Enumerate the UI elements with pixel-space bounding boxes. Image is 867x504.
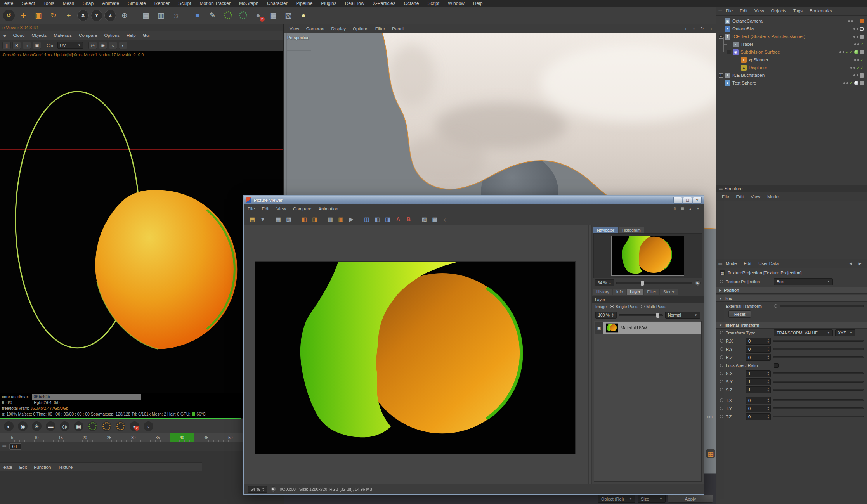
enabled-check-icon[interactable]: ✓: [860, 58, 864, 62]
zoom-field[interactable]: 64 % ▲▼: [595, 279, 614, 286]
visibility-dot-bottom[interactable]: [853, 67, 855, 69]
object-label[interactable]: ICE Buchstaben: [732, 73, 765, 78]
value-field[interactable]: 1 ▲▼: [746, 378, 771, 385]
menu-item[interactable]: Select: [17, 1, 39, 6]
pick-material-icon[interactable]: ◉: [99, 42, 107, 49]
menu-item[interactable]: Texture: [54, 465, 76, 469]
keyframe-dot[interactable]: [720, 364, 723, 367]
info-tab[interactable]: Stereo: [660, 289, 678, 295]
visibility-dot-bottom[interactable]: [857, 74, 858, 76]
settings-icon[interactable]: ☼: [23, 42, 31, 49]
axis-dropdown[interactable]: XYZ▼: [835, 329, 855, 336]
value-field[interactable]: 1 ▲▼: [746, 386, 771, 393]
menu-item[interactable]: X-Particles: [369, 1, 400, 6]
rotate-tool-icon[interactable]: ↻: [47, 9, 60, 22]
lock-aspect-checkbox[interactable]: [774, 363, 779, 368]
menu-item[interactable]: Bookmarks: [806, 9, 836, 13]
set-a-icon[interactable]: A: [394, 215, 403, 223]
menu-item[interactable]: File: [244, 206, 258, 211]
compare-horizontal-icon[interactable]: ◧: [373, 215, 382, 223]
menu-item[interactable]: Window: [444, 1, 469, 6]
ram-info-icon[interactable]: ▨: [420, 215, 429, 223]
expand-toggle[interactable]: −: [727, 50, 731, 54]
menu-item[interactable]: Octane: [400, 1, 423, 6]
stepper-arrows[interactable]: ▲▼: [766, 338, 770, 344]
menu-item[interactable]: Filter: [372, 26, 389, 31]
visibility-dot-top[interactable]: [843, 82, 845, 84]
object-label[interactable]: Test Sphere: [732, 81, 756, 85]
object-row[interactable]: x xpSkinner ✓: [716, 56, 867, 64]
opacity-slider[interactable]: [619, 314, 663, 316]
filmstrip-icon[interactable]: ▥: [326, 215, 335, 223]
menu-item[interactable]: eate: [0, 1, 17, 6]
coord-system-icon[interactable]: ⊕: [118, 9, 131, 22]
settings-gear-icon[interactable]: [116, 421, 125, 431]
render-picture-viewer-icon[interactable]: ▥: [154, 9, 168, 22]
menu-item[interactable]: Help: [469, 1, 487, 6]
filmstrip-active-icon[interactable]: ▥: [336, 215, 345, 223]
menu-item[interactable]: Edit: [16, 465, 30, 469]
current-frame-field[interactable]: 0 F: [9, 443, 21, 450]
enabled-check-icon[interactable]: ✓✓: [857, 66, 864, 70]
object-label[interactable]: Tracer: [740, 42, 753, 47]
menu-item[interactable]: View: [751, 9, 768, 13]
pause-icon[interactable]: ||: [2, 42, 11, 49]
object-tag-icon[interactable]: [860, 27, 864, 31]
focus-picker-icon[interactable]: ◎: [60, 421, 69, 431]
stepper-arrows[interactable]: ▲▼: [766, 398, 770, 403]
enabled-check-icon[interactable]: ✓: [860, 42, 864, 47]
menu-item[interactable]: Mesh: [59, 1, 78, 6]
menu-item[interactable]: e: [0, 33, 9, 38]
menu-item[interactable]: Mode: [764, 194, 782, 199]
menu-item[interactable]: Options: [349, 26, 372, 31]
pan-view-icon[interactable]: +: [682, 26, 689, 32]
visibility-dot-bottom[interactable]: [857, 36, 858, 38]
layout-icon[interactable]: ▦: [679, 206, 686, 211]
layout-grid-icon[interactable]: ▦: [706, 449, 715, 458]
scale-tool-icon[interactable]: ▣: [32, 9, 45, 22]
workplane-icon[interactable]: ▧: [282, 9, 295, 22]
stepper-arrows[interactable]: ▲▼: [766, 355, 770, 360]
visibility-dot-top[interactable]: [854, 43, 856, 45]
object-label[interactable]: Displacer: [749, 65, 767, 70]
object-row[interactable]: ● Test Sphere ✓: [716, 79, 867, 87]
keyframe-dot[interactable]: [720, 380, 723, 383]
display-mode-icon[interactable]: ◐: [4, 421, 14, 431]
last-tool-icon[interactable]: +: [62, 9, 75, 22]
menu-item[interactable]: Animate: [98, 1, 123, 6]
visibility-dot-top[interactable]: [853, 74, 855, 76]
menu-item[interactable]: Cameras: [303, 26, 328, 31]
menu-item[interactable]: View: [747, 194, 764, 199]
menu-item[interactable]: View: [273, 206, 290, 211]
dolly-view-icon[interactable]: ↕: [690, 26, 697, 32]
info-tab[interactable]: Info: [613, 289, 626, 295]
pick-focus-icon[interactable]: ◎: [88, 42, 97, 49]
menu-item[interactable]: Panel: [388, 26, 407, 31]
menu-item[interactable]: Motion Tracker: [196, 1, 235, 6]
visibility-dot-bottom[interactable]: [846, 82, 848, 84]
navigator-tab[interactable]: Histogram: [619, 227, 644, 233]
visibility-dot-top[interactable]: [839, 51, 841, 53]
menu-item[interactable]: Edit: [740, 261, 755, 266]
value-field[interactable]: 0 ▲▼: [746, 354, 771, 361]
stepper-arrows[interactable]: ▲▼: [766, 371, 770, 376]
keyframe-dot[interactable]: [720, 398, 723, 402]
visibility-dot-bottom[interactable]: [843, 51, 844, 53]
stepper-arrows[interactable]: ▲▼: [766, 406, 770, 411]
opacity-field[interactable]: 100 % ▲▼: [595, 312, 617, 319]
panel-splitter[interactable]: [588, 225, 592, 484]
layout-grid-icon[interactable]: ▦: [274, 215, 283, 223]
stepper-arrows[interactable]: ▲▼: [766, 379, 770, 384]
navigator-tab[interactable]: Navigator: [593, 227, 618, 233]
object-tag-icon[interactable]: [860, 73, 864, 78]
layer-row[interactable]: ▣ Material UVW: [595, 322, 701, 334]
menu-item[interactable]: Function: [30, 465, 54, 469]
keyframe-dot[interactable]: [720, 339, 723, 343]
render-region-icon[interactable]: ○: [109, 42, 117, 49]
menu-item[interactable]: Compare: [290, 206, 315, 211]
zoom-apply-button[interactable]: ▶: [695, 280, 701, 286]
lock-y-icon[interactable]: Y: [91, 10, 102, 21]
transform-type-dropdown[interactable]: TRANSFORM_VALUE▼: [774, 329, 833, 336]
enabled-check-icon[interactable]: ✓✓: [846, 50, 853, 54]
visibility-dot-bottom[interactable]: [857, 43, 859, 45]
